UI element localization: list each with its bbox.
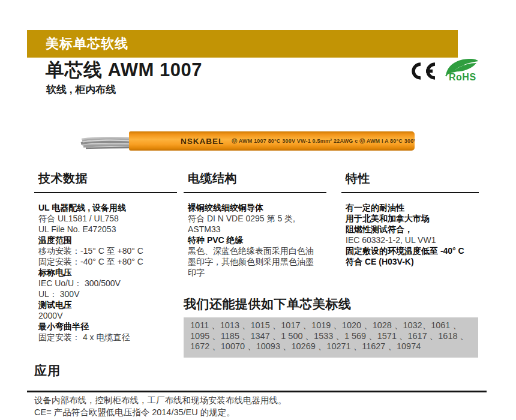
cable-structure-line: 印字 xyxy=(184,267,326,278)
technical-data-line: 最小弯曲半径 xyxy=(34,321,177,332)
section-more-types: 我们还能提供如下单芯美标线 1011 、1013 、1015 、1017 、10… xyxy=(184,296,478,358)
cable-structure-heading: 电缆结构 xyxy=(184,170,326,193)
technical-data-line: 温度范围 xyxy=(34,235,177,245)
feature-line: IEC 60332-1-2, UL VW1 xyxy=(341,235,479,245)
technical-data-line: UL 电器配线 , 设备用线 xyxy=(34,202,177,213)
technical-data-line: UL： 300V xyxy=(34,289,177,299)
cable-structure-line: 黑色、深蓝色绝缘表面采用白色油 xyxy=(184,245,326,256)
cable-structure-line: ASTM33 xyxy=(184,224,326,235)
application-text: 设备内部布线，控制柜布线，工厂布线和现场安装布线电器用线。CE= 产品符合欧盟低… xyxy=(34,395,478,418)
cable-structure-line: 墨印字，其他颜色则采用黑色油墨 xyxy=(184,256,326,267)
feature-line: 阻燃性测试符合， xyxy=(341,224,479,235)
cable-structure-line: 裸铜绞线细绞铜导体 xyxy=(184,202,326,213)
feature-line: 用于北美和加拿大市场 xyxy=(341,213,479,224)
technical-data-line: 移动安装：-15° C 至 +80° C xyxy=(34,245,177,256)
section-features: 特性 有一定的耐油性用于北美和加拿大市场阻燃性测试符合，IEC 60332-1-… xyxy=(341,170,479,267)
features-heading: 特性 xyxy=(341,170,479,193)
cable-structure-line: 符合 DI N VDE 0295 第 5 类, xyxy=(184,213,326,224)
category-banner-label: 美标单芯软线 xyxy=(27,35,128,53)
rohs-label: RoHS xyxy=(449,72,481,83)
technical-data-line: 固定安装： 4 x 电缆直径 xyxy=(34,332,177,343)
technical-data-line: 2000V xyxy=(34,310,177,321)
cable-structure-line: 特种 PVC 绝缘 xyxy=(184,235,326,245)
datasheet-page: { "banner": { "text": "美标单芯软线" }, "heade… xyxy=(0,0,516,420)
feature-line: 符合 CE (H03V-K) xyxy=(341,256,479,267)
page-subtitle: 软线 , 柜内布线 xyxy=(46,83,116,97)
application-line: 设备内部布线，控制柜布线，工厂布线和现场安装布线电器用线。 xyxy=(34,395,478,407)
technical-data-line: 标称电压 xyxy=(34,267,177,278)
technical-data-line: 测试电压 xyxy=(34,299,177,310)
footer-divider xyxy=(27,391,487,392)
technical-data-line: IEC Uo/U： 300/500V xyxy=(34,278,177,289)
cable-jacket: NSKABEL Ⓤ AWM 1007 80°C 300V VW-1 0.5mm²… xyxy=(129,131,415,151)
cable-marking-text: Ⓤ AWM 1007 80°C 300V VW-1 0.5mm² 22AWG c… xyxy=(232,137,415,145)
technical-data-line: 固定安装：-40° C 至 +80° C xyxy=(34,256,177,267)
technical-data-line: UL File No. E472053 xyxy=(34,224,177,235)
application-heading: 应用 xyxy=(34,362,61,379)
section-technical-data: 技术数据 UL 电器配线 , 设备用线符合 UL1581 / UL758UL F… xyxy=(34,170,177,343)
application-line: CE= 产品符合欧盟低电压指令 2014/35/EU 的规定。 xyxy=(34,407,478,419)
more-types-list: 1011 、1013 、1015 、1017 、1019 、1020 、1028… xyxy=(184,317,478,358)
feature-line: 有一定的耐油性 xyxy=(341,202,479,213)
feature-line: 固定敷设的环境温度低至 -40° C xyxy=(341,245,479,256)
cable-brand-label: NSKABEL xyxy=(181,137,224,146)
rohs-icon: RoHS xyxy=(443,58,481,83)
page-title: 单芯线 AWM 1007 xyxy=(46,58,202,83)
technical-data-heading: 技术数据 xyxy=(34,170,177,193)
technical-data-line: 符合 UL1581 / UL758 xyxy=(34,213,177,224)
cable-image: NSKABEL Ⓤ AWM 1007 80°C 300V VW-1 0.5mm²… xyxy=(80,130,415,152)
section-cable-structure: 电缆结构 裸铜绞线细绞铜导体符合 DI N VDE 0295 第 5 类,AST… xyxy=(184,170,326,278)
ce-mark-icon xyxy=(409,62,436,83)
category-banner: 美标单芯软线 xyxy=(27,30,458,58)
more-types-heading: 我们还能提供如下单芯美标线 xyxy=(184,296,478,313)
copper-strands-icon xyxy=(80,133,134,150)
